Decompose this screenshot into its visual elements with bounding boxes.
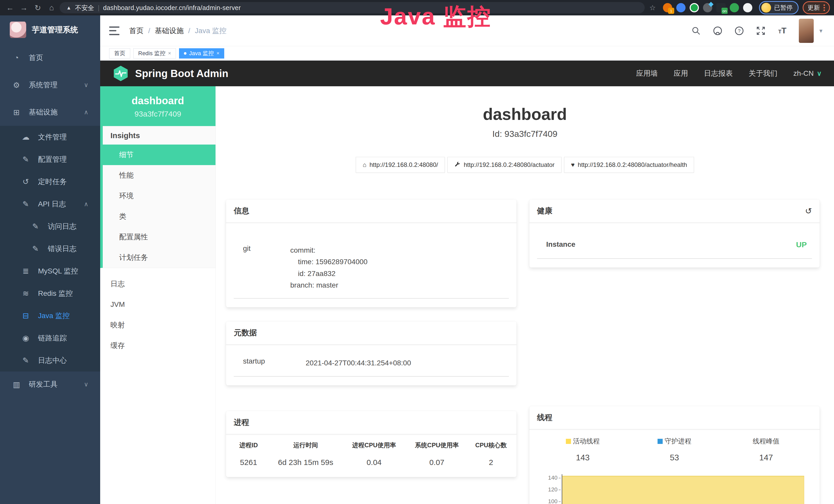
breadcrumb-home[interactable]: 首页 xyxy=(129,26,144,36)
process-col-proc-cpu: 进程CPU使用率 xyxy=(343,441,405,449)
live-threads-value: 143 xyxy=(537,453,629,462)
sba-item-caches[interactable]: 缓存 xyxy=(100,335,216,356)
help-icon[interactable]: ? xyxy=(734,26,744,36)
page-instance-id: Id: 93a3fc7f7409 xyxy=(216,129,834,139)
metadata-key: startup xyxy=(236,357,290,369)
sba-item-mappings[interactable]: 映射 xyxy=(100,315,216,335)
github-icon[interactable] xyxy=(712,26,723,36)
log-icon: ✎ xyxy=(30,244,41,253)
app-brand[interactable]: 芋道管理系统 xyxy=(0,16,100,44)
language-selector[interactable]: zh-CN ∨ xyxy=(793,69,822,77)
sidebar-item-error-log[interactable]: ✎ 错误日志 xyxy=(0,237,100,260)
tab-home[interactable]: 首页 xyxy=(109,48,130,59)
sidebar-item-system[interactable]: ⚙ 系统管理 ∨ xyxy=(0,71,100,98)
sba-item-metrics[interactable]: 性能 xyxy=(103,165,216,186)
reload-icon[interactable]: ↻ xyxy=(32,3,44,12)
pin-extension-icon[interactable] xyxy=(676,3,685,12)
live-threads-swatch xyxy=(566,439,571,444)
sidebar-item-file-manage[interactable]: ☁ 文件管理 xyxy=(0,126,100,148)
close-icon[interactable]: × xyxy=(217,50,220,56)
url-text: dashboard.yudao.iocoder.cn/infra/admin-s… xyxy=(103,4,241,12)
sidebar-item-mysql-monitor[interactable]: ≣ MySQL 监控 xyxy=(0,260,100,282)
extension-icon[interactable]: 1 xyxy=(663,3,672,12)
chevron-up-icon: ∧ xyxy=(84,201,88,208)
instance-name: dashboard xyxy=(103,95,213,107)
threads-card-title: 线程 xyxy=(529,406,820,430)
fullscreen-icon[interactable] xyxy=(756,26,766,36)
process-table: 进程ID 运行时间 进程CPU使用率 系统CPU使用率 CPU核心数 5261 … xyxy=(226,434,517,477)
sidebar-item-tracing[interactable]: ◉ 链路追踪 xyxy=(0,327,100,349)
bookmark-star-icon[interactable]: ☆ xyxy=(649,4,656,12)
sidebar-item-infra[interactable]: ⊞ 基础设施 ∧ xyxy=(0,98,100,126)
green-extension-icon[interactable] xyxy=(690,3,699,12)
service-url-button[interactable]: ⌂ http://192.168.0.2:48080/ xyxy=(356,157,445,173)
breadcrumb-infra[interactable]: 基础设施 xyxy=(155,26,184,36)
forward-icon[interactable]: → xyxy=(18,3,30,12)
process-cores: 2 xyxy=(468,458,514,467)
sba-nav-journal[interactable]: 日志报表 xyxy=(704,69,733,78)
health-instance-label: Instance xyxy=(540,240,576,249)
browser-menu-icon[interactable] xyxy=(824,4,825,11)
history-icon[interactable]: ↺ xyxy=(805,206,812,216)
sidebar-item-log-center[interactable]: ✎ 日志中心 xyxy=(0,349,100,371)
user-avatar[interactable] xyxy=(799,19,814,43)
puzzle-extensions-icon[interactable] xyxy=(743,3,752,12)
leaf-extension-icon[interactable] xyxy=(730,3,739,12)
sidebar-item-api-log[interactable]: ✎ API 日志 ∧ xyxy=(0,193,100,215)
sba-item-details[interactable]: 细节 xyxy=(103,144,216,165)
on-extension-icon[interactable]: on xyxy=(716,3,726,12)
ytick-100: 100 xyxy=(548,498,557,504)
sidebar-item-label: MySQL 监控 xyxy=(38,266,78,276)
font-size-icon[interactable] xyxy=(777,26,788,36)
actuator-url-button[interactable]: http://192.168.0.2:48080/actuator xyxy=(447,157,562,173)
sba-nav-about[interactable]: 关于我们 xyxy=(749,69,777,78)
sba-item-beans[interactable]: 类 xyxy=(103,206,216,227)
hamburger-icon[interactable] xyxy=(109,26,119,35)
chrome-update-button[interactable]: 更新 xyxy=(803,1,830,14)
sidebar-item-label: 配置管理 xyxy=(38,155,67,164)
health-url-button[interactable]: ♥ http://192.168.0.2:48080/actuator/heal… xyxy=(564,157,694,173)
sba-content: dashboard Id: 93a3fc7f7409 ⌂ http://192.… xyxy=(216,86,834,504)
sba-item-scheduled-tasks[interactable]: 计划任务 xyxy=(103,247,216,268)
tab-java-monitor[interactable]: Java 监控 × xyxy=(179,48,224,59)
sidebar-item-label: 基础设施 xyxy=(29,107,58,117)
address-bar[interactable]: ▲ 不安全 | dashboard.yudao.iocoder.cn/infra… xyxy=(60,2,645,13)
sidebar-item-label: 链路追踪 xyxy=(38,333,67,343)
back-icon[interactable]: ← xyxy=(4,3,16,12)
sidebar-item-label: API 日志 xyxy=(38,199,66,209)
sidebar-item-redis-monitor[interactable]: ≋ Redis 监控 xyxy=(0,282,100,304)
cloud-upload-icon: ☁ xyxy=(21,133,31,141)
sidebar-item-config-manage[interactable]: ✎ 配置管理 xyxy=(0,148,100,170)
daemon-threads-label: 守护进程 xyxy=(665,437,692,446)
health-card-title: 健康 xyxy=(537,206,552,216)
sba-brand[interactable]: Spring Boot Admin xyxy=(112,65,228,82)
sba-nav-applications[interactable]: 应用 xyxy=(674,69,688,78)
extensions-row: 1 on xyxy=(663,3,752,12)
grid-extension-icon[interactable] xyxy=(703,3,712,12)
instance-links: ⌂ http://192.168.0.2:48080/ http://192.1… xyxy=(216,157,834,173)
home-icon[interactable]: ⌂ xyxy=(46,3,58,12)
log-icon: ✎ xyxy=(30,222,41,231)
sidebar-item-home[interactable]: ◔ 首页 xyxy=(0,44,100,71)
sba-nav-wallboard[interactable]: 应用墙 xyxy=(636,69,658,78)
instance-header: dashboard 93a3fc7f7409 xyxy=(100,86,216,126)
search-icon[interactable] xyxy=(691,26,701,36)
sba-item-config-props[interactable]: 配置属性 xyxy=(103,227,216,247)
info-card: 信息 git commit: time: 1596289704000 id: 2… xyxy=(226,200,517,307)
sba-item-jvm[interactable]: JVM xyxy=(100,294,216,315)
sidebar-item-label: 错误日志 xyxy=(48,244,76,254)
avatar-caret-icon[interactable]: ▾ xyxy=(819,27,822,35)
sba-item-environment[interactable]: 环境 xyxy=(103,186,216,206)
close-icon[interactable]: × xyxy=(168,50,171,56)
sidebar-item-dev-tools[interactable]: ▥ 研发工具 ∨ xyxy=(0,371,100,397)
sba-navbar: Spring Boot Admin 应用墙 应用 日志报表 关于我们 zh-CN… xyxy=(100,61,834,86)
sidebar-item-access-log[interactable]: ✎ 访问日志 xyxy=(0,215,100,237)
wrench-icon xyxy=(454,162,461,168)
git-commit-line: commit: xyxy=(290,245,506,256)
metadata-card-title: 元数据 xyxy=(226,321,517,345)
browser-profile-chip[interactable]: 已暂停 xyxy=(759,1,798,15)
tab-redis-monitor[interactable]: Redis 监控 × xyxy=(133,48,176,59)
sba-item-logfile[interactable]: 日志 xyxy=(100,274,216,294)
sidebar-item-java-monitor[interactable]: ⊟ Java 监控 xyxy=(0,304,100,327)
sidebar-item-cron-jobs[interactable]: ↺ 定时任务 xyxy=(0,170,100,193)
